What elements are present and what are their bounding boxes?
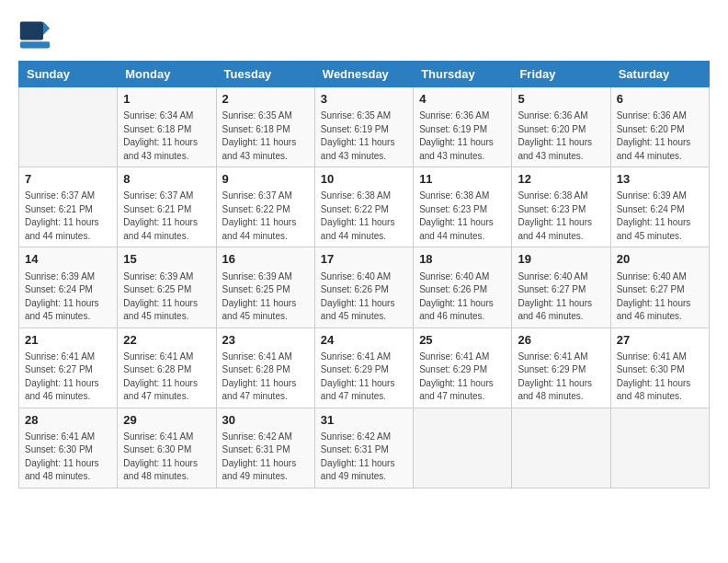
calendar-cell: 15Sunrise: 6:39 AMSunset: 6:25 PMDayligh… [118,247,216,327]
week-row-1: 7Sunrise: 6:37 AMSunset: 6:21 PMDaylight… [19,167,710,247]
calendar-cell: 19Sunrise: 6:40 AMSunset: 6:27 PMDayligh… [512,247,610,327]
svg-rect-2 [20,41,50,48]
day-number: 26 [518,332,604,349]
day-number: 3 [321,91,407,108]
day-number: 10 [321,171,407,188]
day-info: Sunrise: 6:41 AMSunset: 6:29 PMDaylight:… [321,350,407,404]
day-number: 4 [419,91,506,108]
calendar-cell: 1Sunrise: 6:34 AMSunset: 6:18 PMDaylight… [118,87,216,167]
calendar-cell: 17Sunrise: 6:40 AMSunset: 6:26 PMDayligh… [314,247,413,327]
day-info: Sunrise: 6:36 AMSunset: 6:20 PMDaylight:… [518,109,604,163]
day-number: 9 [222,171,309,188]
day-number: 12 [518,171,604,188]
calendar-cell: 25Sunrise: 6:41 AMSunset: 6:29 PMDayligh… [414,327,512,408]
calendar-cell: 10Sunrise: 6:38 AMSunset: 6:22 PMDayligh… [314,167,413,247]
day-info: Sunrise: 6:39 AMSunset: 6:25 PMDaylight:… [222,270,309,324]
day-number: 19 [518,251,604,268]
calendar-cell: 8Sunrise: 6:37 AMSunset: 6:21 PMDaylight… [118,167,216,247]
calendar-cell: 3Sunrise: 6:35 AMSunset: 6:19 PMDaylight… [314,87,413,167]
day-info: Sunrise: 6:34 AMSunset: 6:18 PMDaylight:… [123,109,210,163]
day-info: Sunrise: 6:41 AMSunset: 6:30 PMDaylight:… [25,431,111,484]
calendar-cell: 16Sunrise: 6:39 AMSunset: 6:25 PMDayligh… [216,247,314,327]
week-row-3: 21Sunrise: 6:41 AMSunset: 6:27 PMDayligh… [19,327,710,408]
weekday-header-sunday: Sunday [19,62,118,87]
day-number: 27 [617,332,703,349]
day-info: Sunrise: 6:38 AMSunset: 6:23 PMDaylight:… [419,190,506,243]
day-number: 21 [25,332,111,349]
calendar-cell: 4Sunrise: 6:36 AMSunset: 6:19 PMDaylight… [414,87,512,167]
calendar-cell [610,408,709,488]
calendar-cell: 30Sunrise: 6:42 AMSunset: 6:31 PMDayligh… [216,408,314,488]
day-number: 6 [617,91,703,108]
day-number: 23 [222,332,309,349]
weekday-header-saturday: Saturday [610,62,709,87]
calendar-cell: 14Sunrise: 6:39 AMSunset: 6:24 PMDayligh… [19,247,118,327]
calendar-cell: 11Sunrise: 6:38 AMSunset: 6:23 PMDayligh… [414,167,512,247]
day-number: 1 [123,91,210,108]
day-number: 31 [321,412,407,429]
day-number: 20 [617,251,703,268]
day-number: 7 [25,171,111,188]
day-info: Sunrise: 6:39 AMSunset: 6:24 PMDaylight:… [25,270,111,324]
logo [18,18,55,52]
svg-marker-1 [43,22,50,35]
day-info: Sunrise: 6:41 AMSunset: 6:29 PMDaylight:… [518,350,604,404]
day-info: Sunrise: 6:36 AMSunset: 6:20 PMDaylight:… [617,109,703,163]
day-info: Sunrise: 6:41 AMSunset: 6:30 PMDaylight:… [123,431,210,484]
day-number: 8 [123,171,210,188]
calendar-cell: 24Sunrise: 6:41 AMSunset: 6:29 PMDayligh… [314,327,413,408]
svg-rect-0 [20,22,43,40]
day-info: Sunrise: 6:40 AMSunset: 6:26 PMDaylight:… [321,270,407,324]
day-info: Sunrise: 6:40 AMSunset: 6:26 PMDaylight:… [419,270,506,324]
day-info: Sunrise: 6:41 AMSunset: 6:29 PMDaylight:… [419,350,506,404]
day-number: 17 [321,251,407,268]
day-number: 28 [25,412,111,429]
calendar-cell: 26Sunrise: 6:41 AMSunset: 6:29 PMDayligh… [512,327,610,408]
day-number: 22 [123,332,210,349]
calendar-cell: 6Sunrise: 6:36 AMSunset: 6:20 PMDaylight… [610,87,709,167]
weekday-header-wednesday: Wednesday [314,62,413,87]
day-number: 14 [25,251,111,268]
day-info: Sunrise: 6:39 AMSunset: 6:24 PMDaylight:… [617,190,703,243]
day-info: Sunrise: 6:37 AMSunset: 6:21 PMDaylight:… [25,190,111,243]
day-info: Sunrise: 6:35 AMSunset: 6:18 PMDaylight:… [222,109,309,163]
day-info: Sunrise: 6:37 AMSunset: 6:21 PMDaylight:… [123,190,210,243]
calendar-cell: 29Sunrise: 6:41 AMSunset: 6:30 PMDayligh… [118,408,216,488]
day-info: Sunrise: 6:41 AMSunset: 6:27 PMDaylight:… [25,350,111,404]
day-number: 25 [419,332,506,349]
calendar-cell: 9Sunrise: 6:37 AMSunset: 6:22 PMDaylight… [216,167,314,247]
day-info: Sunrise: 6:42 AMSunset: 6:31 PMDaylight:… [321,431,407,484]
calendar-cell: 27Sunrise: 6:41 AMSunset: 6:30 PMDayligh… [610,327,709,408]
day-info: Sunrise: 6:41 AMSunset: 6:28 PMDaylight:… [123,350,210,404]
day-info: Sunrise: 6:41 AMSunset: 6:30 PMDaylight:… [617,350,703,404]
calendar-cell: 7Sunrise: 6:37 AMSunset: 6:21 PMDaylight… [19,167,118,247]
calendar-body: 1Sunrise: 6:34 AMSunset: 6:18 PMDaylight… [19,87,710,488]
day-number: 2 [222,91,309,108]
calendar-cell: 28Sunrise: 6:41 AMSunset: 6:30 PMDayligh… [19,408,118,488]
week-row-2: 14Sunrise: 6:39 AMSunset: 6:24 PMDayligh… [19,247,710,327]
calendar-cell: 18Sunrise: 6:40 AMSunset: 6:26 PMDayligh… [414,247,512,327]
weekday-header-tuesday: Tuesday [216,62,314,87]
day-number: 16 [222,251,309,268]
logo-icon [18,18,51,52]
day-info: Sunrise: 6:37 AMSunset: 6:22 PMDaylight:… [222,190,309,243]
calendar-cell [19,87,118,167]
calendar-header: SundayMondayTuesdayWednesdayThursdayFrid… [19,62,710,87]
day-number: 15 [123,251,210,268]
calendar-cell: 22Sunrise: 6:41 AMSunset: 6:28 PMDayligh… [118,327,216,408]
day-info: Sunrise: 6:40 AMSunset: 6:27 PMDaylight:… [617,270,703,324]
week-row-0: 1Sunrise: 6:34 AMSunset: 6:18 PMDaylight… [19,87,710,167]
day-number: 5 [518,91,604,108]
calendar-cell: 2Sunrise: 6:35 AMSunset: 6:18 PMDaylight… [216,87,314,167]
day-info: Sunrise: 6:38 AMSunset: 6:23 PMDaylight:… [518,190,604,243]
day-info: Sunrise: 6:39 AMSunset: 6:25 PMDaylight:… [123,270,210,324]
day-number: 24 [321,332,407,349]
day-info: Sunrise: 6:35 AMSunset: 6:19 PMDaylight:… [321,109,407,163]
calendar-cell [414,408,512,488]
day-info: Sunrise: 6:40 AMSunset: 6:27 PMDaylight:… [518,270,604,324]
day-number: 13 [617,171,703,188]
weekday-header-monday: Monday [118,62,216,87]
calendar-cell: 13Sunrise: 6:39 AMSunset: 6:24 PMDayligh… [610,167,709,247]
day-info: Sunrise: 6:38 AMSunset: 6:22 PMDaylight:… [321,190,407,243]
calendar-cell: 12Sunrise: 6:38 AMSunset: 6:23 PMDayligh… [512,167,610,247]
